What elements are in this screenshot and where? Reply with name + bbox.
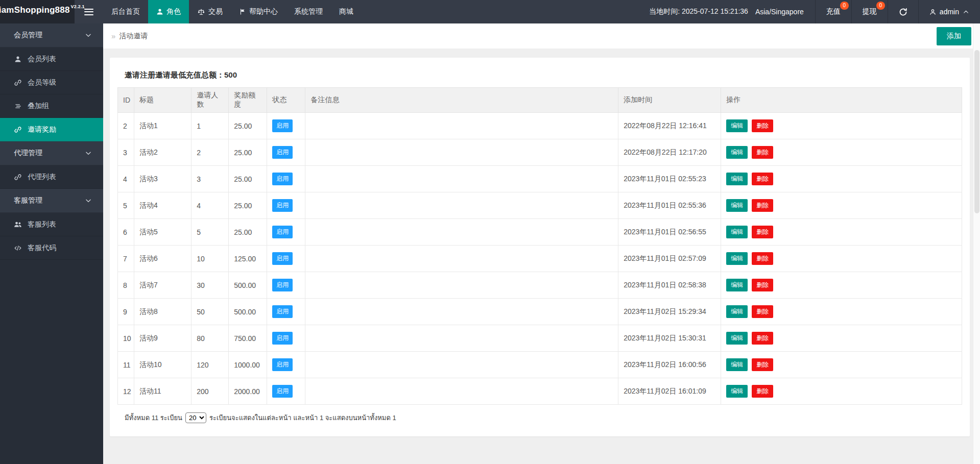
cell-title: 活动5 xyxy=(134,219,192,246)
sidebar-group-member-management[interactable]: 会员管理 xyxy=(0,23,103,47)
status-badge[interactable]: 启用 xyxy=(272,226,293,238)
nav-item-mall[interactable]: 商城 xyxy=(331,0,362,23)
edit-button[interactable]: 编辑 xyxy=(726,226,748,238)
top-nav: 后台首页角色交易帮助中心系统管理商城 xyxy=(103,0,362,23)
nav-item-label: 商城 xyxy=(339,7,353,16)
table-row: 3活动2225.00启用2022年08月22日 12:17:20编辑删除 xyxy=(118,139,962,166)
users-icon xyxy=(14,221,22,228)
nav-item-dashboard[interactable]: 后台首页 xyxy=(103,0,148,23)
sidebar-item-member-level[interactable]: 会员等级 xyxy=(0,71,103,94)
cell-note xyxy=(305,246,618,272)
nav-item-role[interactable]: 角色 xyxy=(148,0,189,23)
edit-button[interactable]: 编辑 xyxy=(726,199,748,212)
sidebar-toggle-button[interactable] xyxy=(75,0,103,23)
sidebar-group-service-management[interactable]: 客服管理 xyxy=(0,189,103,213)
status-badge[interactable]: 启用 xyxy=(272,146,293,159)
edit-button[interactable]: 编辑 xyxy=(726,385,748,398)
cell-actions: 编辑删除 xyxy=(721,192,962,219)
nav-item-help-center[interactable]: 帮助中心 xyxy=(231,0,286,23)
cell-invites: 200 xyxy=(192,378,229,405)
scales-icon xyxy=(197,8,205,16)
sidebar-item-invite-reward[interactable]: 邀请奖励 xyxy=(0,118,103,141)
page-size-select[interactable]: 20 xyxy=(185,412,206,423)
table-row: 2活动1125.00启用2022年08月22日 12:16:41编辑删除 xyxy=(118,113,962,139)
delete-button[interactable]: 删除 xyxy=(752,226,773,238)
cell-status: 启用 xyxy=(267,352,305,378)
delete-button[interactable]: 删除 xyxy=(752,199,773,212)
status-badge[interactable]: 启用 xyxy=(272,279,293,291)
edit-button[interactable]: 编辑 xyxy=(726,119,748,132)
cell-status: 启用 xyxy=(267,378,305,405)
status-badge[interactable]: 启用 xyxy=(272,252,293,265)
table-header: ID标题邀请人数奖励额度状态备注信息添加时间操作 xyxy=(118,88,962,113)
cell-title: 活动6 xyxy=(134,246,192,272)
sidebar-group-agent-management[interactable]: 代理管理 xyxy=(0,141,103,165)
sidebar-item-label: 会员等级 xyxy=(28,78,56,87)
cell-title: 活动11 xyxy=(134,378,192,405)
delete-button[interactable]: 删除 xyxy=(752,146,773,159)
delete-button[interactable]: 删除 xyxy=(752,305,773,318)
column-header: 操作 xyxy=(721,88,962,113)
cell-actions: 编辑删除 xyxy=(721,113,962,139)
cell-actions: 编辑删除 xyxy=(721,378,962,405)
status-badge[interactable]: 启用 xyxy=(272,385,293,398)
sidebar-group-label: 代理管理 xyxy=(14,149,42,158)
scrollbar-track[interactable] xyxy=(973,23,980,464)
cell-note xyxy=(305,325,618,352)
edit-button[interactable]: 编辑 xyxy=(726,146,748,159)
status-badge[interactable]: 启用 xyxy=(272,119,293,132)
recharge-button[interactable]: 充值 0 xyxy=(815,0,851,23)
edit-button[interactable]: 编辑 xyxy=(726,279,748,291)
status-badge[interactable]: 启用 xyxy=(272,199,293,212)
refresh-button[interactable] xyxy=(888,0,918,23)
cell-invites: 1 xyxy=(192,113,229,139)
edit-button[interactable]: 编辑 xyxy=(726,358,748,371)
cell-id: 11 xyxy=(118,352,134,378)
delete-button[interactable]: 删除 xyxy=(752,358,773,371)
sidebar-item-stack-group[interactable]: 叠加组 xyxy=(0,94,103,118)
hamburger-icon xyxy=(84,9,93,15)
delete-button[interactable]: 删除 xyxy=(752,173,773,185)
status-badge[interactable]: 启用 xyxy=(272,173,293,185)
cell-reward: 750.00 xyxy=(229,325,267,352)
cell-time: 2023年11月02日 15:30:31 xyxy=(618,325,721,352)
edit-button[interactable]: 编辑 xyxy=(726,252,748,265)
delete-button[interactable]: 删除 xyxy=(752,332,773,345)
nav-item-label: 角色 xyxy=(166,7,181,16)
status-badge[interactable]: 启用 xyxy=(272,305,293,318)
cell-status: 启用 xyxy=(267,219,305,246)
cell-time: 2023年11月02日 16:01:09 xyxy=(618,378,721,405)
nav-item-trade[interactable]: 交易 xyxy=(189,0,231,23)
cell-time: 2022年08月22日 12:17:20 xyxy=(618,139,721,166)
status-badge[interactable]: 启用 xyxy=(272,332,293,345)
edit-button[interactable]: 编辑 xyxy=(726,305,748,318)
cell-status: 启用 xyxy=(267,139,305,166)
table-row: 4活动3325.00启用2023年11月01日 02:55:23编辑删除 xyxy=(118,166,962,192)
column-header: 备注信息 xyxy=(305,88,618,113)
chevron-down-icon xyxy=(85,150,92,157)
sidebar-item-service-list[interactable]: 客服列表 xyxy=(0,213,103,236)
edit-button[interactable]: 编辑 xyxy=(726,332,748,345)
status-badge[interactable]: 启用 xyxy=(272,358,293,371)
cell-time: 2023年11月01日 02:57:09 xyxy=(618,246,721,272)
cell-title: 活动7 xyxy=(134,272,192,299)
edit-button[interactable]: 编辑 xyxy=(726,173,748,185)
add-button[interactable]: 添加 xyxy=(937,27,971,45)
topbar-right: 当地时间: 2025-07-12 15:21:36 Asia/Singapore… xyxy=(649,0,980,23)
cell-invites: 80 xyxy=(192,325,229,352)
sidebar-item-service-code[interactable]: 客服代码 xyxy=(0,236,103,260)
delete-button[interactable]: 删除 xyxy=(752,279,773,291)
admin-menu[interactable]: admin xyxy=(918,0,980,23)
sidebar-item-agent-list[interactable]: 代理列表 xyxy=(0,165,103,189)
column-header: 标题 xyxy=(134,88,192,113)
cell-invites: 4 xyxy=(192,192,229,219)
nav-item-system[interactable]: 系统管理 xyxy=(286,0,331,23)
cell-invites: 2 xyxy=(192,139,229,166)
sidebar-item-member-list[interactable]: 会员列表 xyxy=(0,47,103,71)
scrollbar-thumb[interactable] xyxy=(974,50,979,213)
delete-button[interactable]: 删除 xyxy=(752,385,773,398)
withdraw-button[interactable]: 提现 0 xyxy=(851,0,888,23)
delete-button[interactable]: 删除 xyxy=(752,252,773,265)
delete-button[interactable]: 删除 xyxy=(752,119,773,132)
user-icon xyxy=(929,9,936,15)
